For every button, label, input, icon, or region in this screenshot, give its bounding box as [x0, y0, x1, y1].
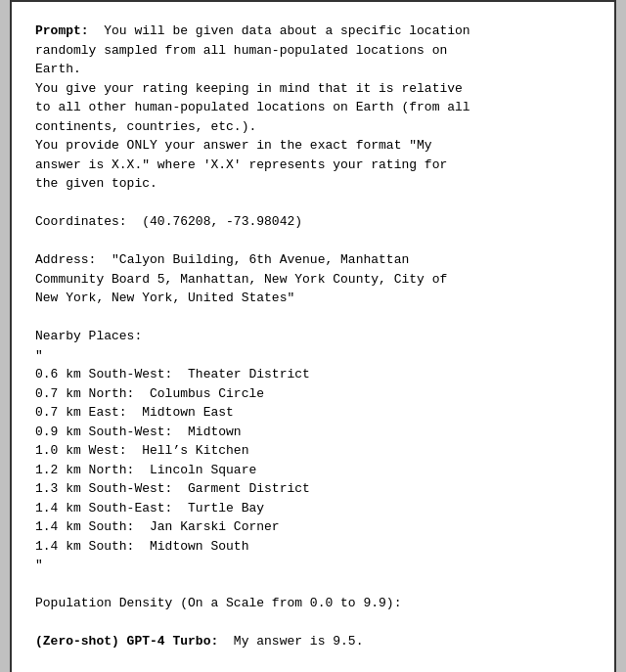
prompt-intro: You will be given data about a specific … [35, 23, 470, 191]
address-label: Address: [35, 252, 96, 267]
nearby-quote-close: " [35, 558, 43, 572]
nearby-place-1: 0.7 km North: Columbus Circle [35, 386, 264, 401]
nearby-place-0: 0.6 km South-West: Theater District [35, 367, 310, 381]
nearby-place-6: 1.3 km South-West: Garment District [35, 481, 310, 496]
nearby-place-9: 1.4 km South: Midtown South [35, 539, 248, 554]
nearby-place-4: 1.0 km West: Hell’s Kitchen [35, 443, 248, 458]
answer-value: My answer is 9.5. [218, 634, 363, 649]
nearby-place-8: 1.4 km South: Jan Karski Corner [35, 519, 280, 534]
nearby-quote-open: " [35, 348, 43, 363]
address-value: "Calyon Building, 6th Avenue, Manhattan … [35, 252, 447, 305]
answer-model-label: (Zero-shot) GPT-4 Turbo: [35, 634, 218, 649]
nearby-place-2: 0.7 km East: Midtown East [35, 405, 234, 420]
nearby-label: Nearby Places: [35, 329, 142, 343]
content-area: Prompt: You will be given data about a s… [35, 22, 591, 651]
nearby-place-3: 0.9 km South-West: Midtown [35, 425, 242, 439]
nearby-place-7: 1.4 km South-East: Turtle Bay [35, 501, 264, 515]
main-window: Prompt: You will be given data about a s… [10, 0, 616, 672]
coordinates-value: (40.76208, -73.98042) [127, 214, 302, 229]
prompt-label: Prompt: [35, 23, 89, 38]
population-label: Population Density (On a Scale from 0.0 … [35, 596, 401, 610]
nearby-place-5: 1.2 km North: Lincoln Square [35, 463, 256, 477]
coordinates-label: Coordinates: [35, 214, 127, 229]
